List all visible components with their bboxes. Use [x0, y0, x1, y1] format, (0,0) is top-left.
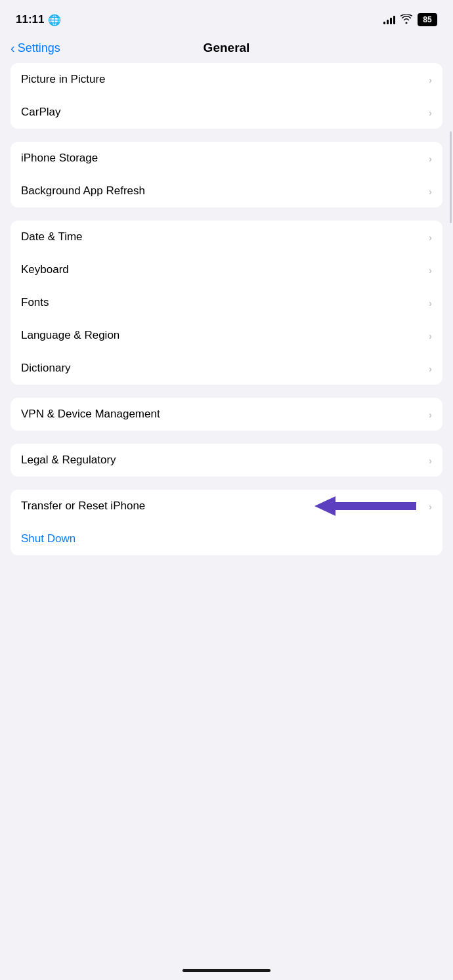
- transfer-reset-item[interactable]: Transfer or Reset iPhone ›: [11, 490, 442, 522]
- chevron-right-icon: ›: [429, 455, 432, 466]
- settings-group-storage: iPhone Storage › Background App Refresh …: [11, 142, 442, 207]
- page-title: General: [204, 41, 250, 55]
- item-label: Picture in Picture: [21, 73, 423, 86]
- time-display: 11:11: [16, 13, 44, 26]
- item-label: Background App Refresh: [21, 184, 423, 198]
- list-item[interactable]: Background App Refresh ›: [11, 175, 442, 207]
- home-indicator: [183, 969, 270, 972]
- battery-icon: 85: [418, 13, 437, 26]
- list-item[interactable]: Dictionary ›: [11, 352, 442, 385]
- scroll-indicator: [450, 131, 452, 223]
- back-chevron-icon: ‹: [11, 41, 15, 56]
- settings-group-datetime: Date & Time › Keyboard › Fonts › Languag…: [11, 221, 442, 385]
- settings-content: Picture in Picture › CarPlay › iPhone St…: [0, 63, 453, 555]
- svg-marker-0: [314, 496, 416, 516]
- chevron-right-icon: ›: [429, 186, 432, 197]
- chevron-right-icon: ›: [429, 297, 432, 309]
- status-time: 11:11 🌐: [16, 13, 61, 26]
- shutdown-item[interactable]: Shut Down: [11, 522, 442, 555]
- list-item[interactable]: Language & Region ›: [11, 319, 442, 352]
- status-right-icons: 85: [383, 13, 437, 26]
- settings-group-vpn: VPN & Device Management ›: [11, 398, 442, 431]
- item-label: Legal & Regulatory: [21, 454, 423, 467]
- item-label: Dictionary: [21, 362, 423, 375]
- nav-bar: ‹ Settings General: [0, 35, 453, 63]
- item-label: iPhone Storage: [21, 152, 423, 165]
- chevron-right-icon: ›: [429, 74, 432, 85]
- globe-icon: 🌐: [48, 14, 61, 26]
- pointing-arrow-icon: [314, 495, 416, 517]
- list-item[interactable]: Keyboard ›: [11, 253, 442, 286]
- settings-group-transfer: Transfer or Reset iPhone › Shut Down: [11, 490, 442, 555]
- list-item[interactable]: VPN & Device Management ›: [11, 398, 442, 431]
- chevron-right-icon: ›: [429, 330, 432, 341]
- item-label: Language & Region: [21, 329, 423, 342]
- list-item[interactable]: Legal & Regulatory ›: [11, 444, 442, 477]
- item-label: Fonts: [21, 296, 423, 309]
- chevron-right-icon: ›: [429, 153, 432, 164]
- item-label: CarPlay: [21, 106, 423, 119]
- item-label: Keyboard: [21, 263, 423, 276]
- item-label: VPN & Device Management: [21, 408, 423, 421]
- settings-group-top: Picture in Picture › CarPlay ›: [11, 63, 442, 129]
- back-button[interactable]: ‹ Settings: [11, 41, 60, 56]
- list-item[interactable]: Date & Time ›: [11, 221, 442, 253]
- chevron-right-icon: ›: [429, 363, 432, 374]
- arrow-annotation: [314, 495, 416, 517]
- chevron-right-icon: ›: [429, 409, 432, 420]
- chevron-right-icon: ›: [429, 265, 432, 276]
- status-bar: 11:11 🌐 85: [0, 0, 453, 35]
- chevron-right-icon: ›: [429, 107, 432, 118]
- settings-group-legal: Legal & Regulatory ›: [11, 444, 442, 477]
- list-item[interactable]: Fonts ›: [11, 286, 442, 319]
- list-item[interactable]: iPhone Storage ›: [11, 142, 442, 175]
- chevron-right-icon: ›: [429, 232, 432, 243]
- signal-icon: [383, 15, 395, 24]
- item-label: Date & Time: [21, 230, 423, 244]
- list-item[interactable]: Picture in Picture ›: [11, 63, 442, 96]
- wifi-icon: [400, 14, 412, 26]
- list-item[interactable]: CarPlay ›: [11, 96, 442, 129]
- shutdown-label[interactable]: Shut Down: [21, 532, 432, 545]
- back-label: Settings: [18, 41, 60, 55]
- chevron-right-icon: ›: [429, 501, 432, 512]
